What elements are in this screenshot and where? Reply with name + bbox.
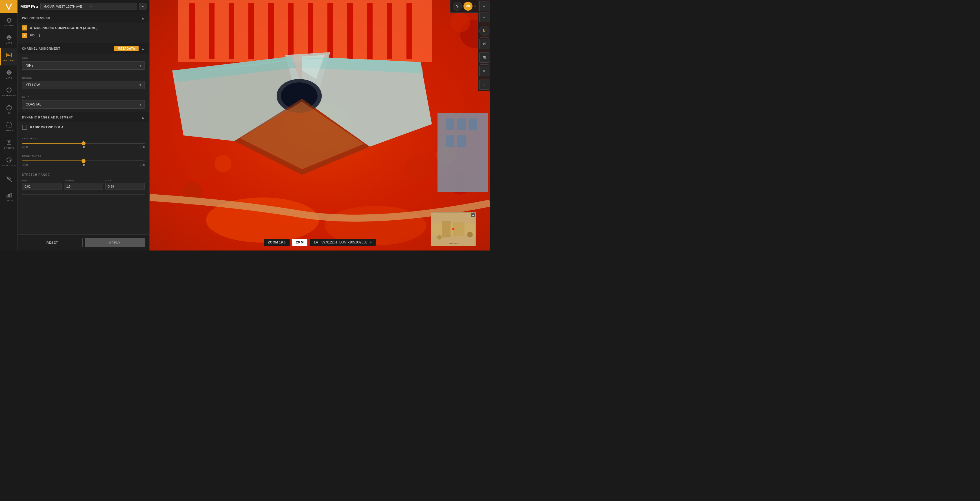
vivid-icon: [6, 35, 12, 41]
compass-button[interactable]: N: [479, 26, 490, 36]
stretch-gamma-label: GAMMA: [64, 179, 103, 182]
svg-rect-56: [457, 119, 466, 130]
analytics-icon: [6, 157, 12, 163]
user-initials: PK: [466, 4, 471, 8]
sidebar-item-usage[interactable]: USAGE: [0, 188, 18, 205]
svg-rect-26: [248, 3, 254, 59]
zoom-badge[interactable]: ZOOM 19.0: [264, 239, 290, 246]
radiometric-row: RADIOMETRIC D.R.A.: [22, 125, 145, 130]
hd-checkbox[interactable]: [22, 33, 27, 38]
apply-button[interactable]: APPLY: [85, 238, 145, 247]
svg-rect-29: [308, 3, 313, 59]
sidebar-item-vivid[interactable]: VIVID: [0, 30, 18, 48]
draw-button[interactable]: ✏: [479, 66, 490, 76]
stretch-max-input[interactable]: [105, 183, 145, 190]
basemaps-icon: [6, 87, 12, 93]
stretch-max-label: MAX: [105, 179, 145, 182]
scale-badge: 20 M: [292, 239, 308, 246]
svg-rect-34: [406, 3, 412, 59]
sidebar-item-basemaps[interactable]: BASEMAPS: [0, 83, 18, 100]
rotate-icon: ↺: [483, 42, 486, 46]
sidebar-item-analytics[interactable]: ANALYTICS: [0, 153, 18, 170]
map-bottom-bar: ZOOM 19.0 20 M LAT: 39.912251, LON: -105…: [264, 239, 376, 246]
eye-off-icon: [6, 176, 12, 182]
contrast-thumb[interactable]: [81, 141, 86, 145]
coordinate-dropdown-icon[interactable]: ▾: [370, 240, 372, 244]
contrast-labels: -100 0 100: [22, 145, 145, 149]
sidebar-label-3d: 3D: [7, 112, 10, 114]
channel-collapse-button[interactable]: ▲: [141, 46, 145, 51]
contrast-track[interactable]: [22, 143, 145, 144]
help-button[interactable]: ?: [453, 2, 462, 11]
radiometric-label: RADIOMETRIC D.R.A.: [30, 125, 65, 129]
areas-icon: [6, 122, 12, 128]
red-channel-select[interactable]: NIR2 COASTAL BLUE GREEN YELLOW RED NIR: [22, 61, 145, 70]
svg-rect-18: [8, 194, 10, 197]
blue-channel-select[interactable]: COASTAL BLUE GREEN YELLOW RED NIR NIR2: [22, 100, 145, 109]
settings-panel: MGP Pro MAXAR, WEST 120TH AVE × ▾ PREPRO…: [18, 0, 150, 251]
brightness-thumb[interactable]: [81, 159, 86, 163]
3d-icon: [6, 105, 12, 111]
stretch-min-input[interactable]: [22, 183, 62, 190]
brightness-fill: [22, 160, 84, 161]
green-channel-select[interactable]: YELLOW COASTAL BLUE GREEN RED NIR NIR2: [22, 81, 145, 89]
svg-rect-33: [387, 3, 392, 59]
svg-rect-19: [10, 193, 11, 197]
app-logo[interactable]: [0, 0, 18, 13]
sidebar-item-orders[interactable]: ORDERS: [0, 135, 18, 153]
reset-button[interactable]: RESET: [22, 238, 83, 247]
atmospheric-checkbox[interactable]: [22, 25, 27, 30]
green-channel-group: GREEN YELLOW COASTAL BLUE GREEN RED NIR …: [18, 73, 149, 92]
toolbar-divider-2: [480, 37, 488, 38]
sidebar-item-eye-off[interactable]: [0, 170, 18, 188]
sidebar-item-layers[interactable]: LAYERS: [0, 13, 18, 30]
contrast-value: 0: [83, 145, 85, 149]
contrast-min: -100: [22, 146, 28, 149]
stretch-min-label: MIN: [22, 179, 62, 182]
zoom-out-button[interactable]: −: [479, 12, 490, 22]
zoom-in-button[interactable]: +: [479, 1, 490, 11]
sidebar-item-vivid2[interactable]: VIVID: [0, 65, 18, 83]
layers-grid-button[interactable]: ⊞: [479, 52, 490, 63]
user-avatar[interactable]: PK: [463, 2, 473, 11]
contrast-max: 100: [140, 146, 145, 149]
brightness-track[interactable]: [22, 160, 145, 161]
red-label: RED: [22, 57, 145, 60]
metadata-button[interactable]: METADATA: [114, 46, 138, 51]
svg-rect-31: [347, 3, 353, 59]
mini-map-collapse-button[interactable]: ▲: [471, 213, 475, 217]
coordinate-badge[interactable]: LAT: 39.912251, LON: -105.002338 ▾: [310, 239, 376, 246]
preprocessing-collapse-button[interactable]: ▲: [141, 16, 145, 20]
sidebar-item-3d[interactable]: 3D: [0, 100, 18, 118]
svg-rect-23: [189, 3, 195, 59]
add-button[interactable]: +: [479, 79, 490, 90]
source-tab[interactable]: MAXAR, WEST 120TH AVE ×: [40, 3, 137, 10]
user-dropdown-button[interactable]: ▾: [474, 4, 476, 8]
mini-map[interactable]: Map View ▲: [431, 212, 476, 246]
usage-icon: [6, 192, 12, 198]
svg-rect-30: [328, 3, 333, 59]
red-select-wrapper: NIR2 COASTAL BLUE GREEN YELLOW RED NIR: [22, 61, 145, 70]
rotate-button[interactable]: ↺: [479, 39, 490, 49]
green-label: GREEN: [22, 76, 145, 79]
radiometric-checkbox[interactable]: [22, 125, 27, 130]
map-area[interactable]: ? PK ▾ + − N ↺ ⊞ ✏ +: [150, 0, 490, 251]
brightness-labels: -100 0 100: [22, 163, 145, 166]
dynamic-range-body: RADIOMETRIC D.R.A.: [18, 122, 149, 135]
zoom-in-icon: +: [483, 4, 485, 8]
hd-info-icon[interactable]: ℹ: [39, 33, 40, 38]
stretch-gamma-input[interactable]: [64, 183, 103, 190]
compass-icon: N: [483, 29, 485, 33]
source-close-button[interactable]: ×: [90, 4, 134, 8]
dynamic-range-collapse-button[interactable]: ▲: [141, 115, 145, 120]
sidebar-item-imagery[interactable]: IMAGERY: [0, 48, 18, 65]
source-dropdown-button[interactable]: ▾: [140, 3, 146, 10]
stretch-max-group: MAX: [105, 179, 145, 190]
source-name: MAXAR, WEST 120TH AVE: [43, 5, 88, 8]
vivid2-icon: [6, 70, 12, 76]
stretch-gamma-group: GAMMA: [64, 179, 103, 190]
svg-rect-57: [469, 119, 477, 130]
brightness-label: BRIGHTNESS: [22, 155, 145, 159]
sidebar-item-areas[interactable]: AREAS: [0, 118, 18, 135]
svg-point-69: [452, 228, 455, 230]
